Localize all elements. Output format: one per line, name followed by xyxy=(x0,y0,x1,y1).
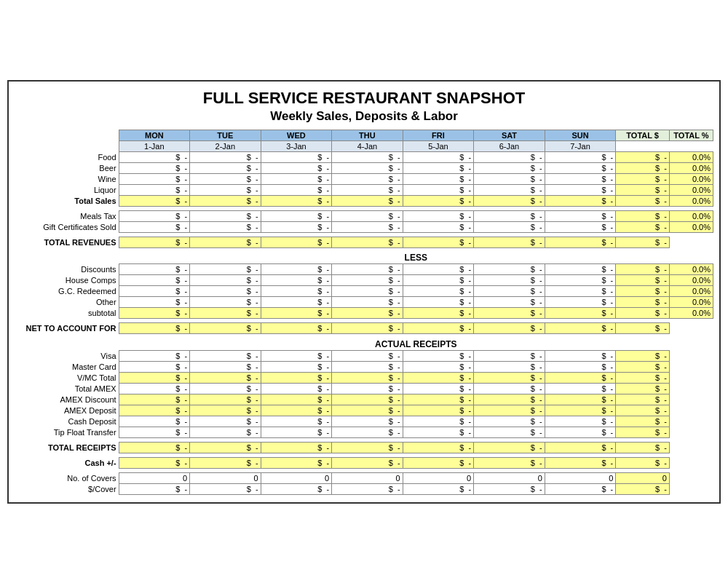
cov-sat[interactable]: 0 xyxy=(474,472,545,483)
tf-sun[interactable]: $ - xyxy=(545,427,616,437)
beer-thu[interactable]: $ - xyxy=(332,162,403,173)
gc-thu[interactable]: $ - xyxy=(332,221,403,232)
liquor-wed[interactable]: $ - xyxy=(261,184,332,195)
beer-tue[interactable]: $ - xyxy=(190,162,261,173)
disc-tue[interactable]: $ - xyxy=(190,264,261,275)
hc-sat[interactable]: $ - xyxy=(474,275,545,286)
dc-fri[interactable]: $ - xyxy=(403,483,474,494)
cov-fri[interactable]: 0 xyxy=(403,472,474,483)
gcr-sun[interactable]: $ - xyxy=(545,286,616,297)
mt-sat[interactable]: $ - xyxy=(474,210,545,221)
wine-wed[interactable]: $ - xyxy=(261,173,332,184)
hc-thu[interactable]: $ - xyxy=(332,275,403,286)
food-wed[interactable]: $ - xyxy=(261,151,332,162)
cov-thu[interactable]: 0 xyxy=(332,472,403,483)
food-sat[interactable]: $ - xyxy=(474,151,545,162)
oth-mon[interactable]: $ - xyxy=(119,297,190,308)
wine-sun[interactable]: $ - xyxy=(545,173,616,184)
liquor-tue[interactable]: $ - xyxy=(190,184,261,195)
cov-sun[interactable]: 0 xyxy=(545,472,616,483)
mc-fri[interactable]: $ - xyxy=(403,361,474,372)
cd-thu[interactable]: $ - xyxy=(332,416,403,427)
hc-mon[interactable]: $ - xyxy=(119,275,190,286)
mc-wed[interactable]: $ - xyxy=(261,361,332,372)
mt-sun[interactable]: $ - xyxy=(545,210,616,221)
visa-wed[interactable]: $ - xyxy=(261,350,332,361)
gcr-thu[interactable]: $ - xyxy=(332,286,403,297)
oth-thu[interactable]: $ - xyxy=(332,297,403,308)
mt-wed[interactable]: $ - xyxy=(261,210,332,221)
cd-mon[interactable]: $ - xyxy=(119,416,190,427)
hc-fri[interactable]: $ - xyxy=(403,275,474,286)
mt-fri[interactable]: $ - xyxy=(403,210,474,221)
disc-mon[interactable]: $ - xyxy=(119,264,190,275)
wine-mon[interactable]: $ - xyxy=(119,173,190,184)
dc-mon[interactable]: $ - xyxy=(119,483,190,494)
tf-thu[interactable]: $ - xyxy=(332,427,403,437)
mc-sun[interactable]: $ - xyxy=(545,361,616,372)
amex-wed[interactable]: $ - xyxy=(261,383,332,394)
liquor-fri[interactable]: $ - xyxy=(403,184,474,195)
hc-wed[interactable]: $ - xyxy=(261,275,332,286)
hc-sun[interactable]: $ - xyxy=(545,275,616,286)
wine-tue[interactable]: $ - xyxy=(190,173,261,184)
cd-tue[interactable]: $ - xyxy=(190,416,261,427)
disc-fri[interactable]: $ - xyxy=(403,264,474,275)
beer-sat[interactable]: $ - xyxy=(474,162,545,173)
liquor-sat[interactable]: $ - xyxy=(474,184,545,195)
gc-tue[interactable]: $ - xyxy=(190,221,261,232)
cd-wed[interactable]: $ - xyxy=(261,416,332,427)
dc-thu[interactable]: $ - xyxy=(332,483,403,494)
disc-thu[interactable]: $ - xyxy=(332,264,403,275)
gc-sat[interactable]: $ - xyxy=(474,221,545,232)
beer-wed[interactable]: $ - xyxy=(261,162,332,173)
cov-tue[interactable]: 0 xyxy=(190,472,261,483)
gc-fri[interactable]: $ - xyxy=(403,221,474,232)
cd-fri[interactable]: $ - xyxy=(403,416,474,427)
cd-sat[interactable]: $ - xyxy=(474,416,545,427)
mt-thu[interactable]: $ - xyxy=(332,210,403,221)
liquor-thu[interactable]: $ - xyxy=(332,184,403,195)
cov-wed[interactable]: 0 xyxy=(261,472,332,483)
dc-wed[interactable]: $ - xyxy=(261,483,332,494)
tf-sat[interactable]: $ - xyxy=(474,427,545,437)
visa-sun[interactable]: $ - xyxy=(545,350,616,361)
gc-mon[interactable]: $ - xyxy=(119,221,190,232)
gcr-sat[interactable]: $ - xyxy=(474,286,545,297)
tf-fri[interactable]: $ - xyxy=(403,427,474,437)
food-fri[interactable]: $ - xyxy=(403,151,474,162)
gcr-tue[interactable]: $ - xyxy=(190,286,261,297)
oth-tue[interactable]: $ - xyxy=(190,297,261,308)
food-sun[interactable]: $ - xyxy=(545,151,616,162)
amex-sun[interactable]: $ - xyxy=(545,383,616,394)
oth-fri[interactable]: $ - xyxy=(403,297,474,308)
wine-fri[interactable]: $ - xyxy=(403,173,474,184)
visa-fri[interactable]: $ - xyxy=(403,350,474,361)
tf-mon[interactable]: $ - xyxy=(119,427,190,437)
mc-thu[interactable]: $ - xyxy=(332,361,403,372)
visa-mon[interactable]: $ - xyxy=(119,350,190,361)
gc-sun[interactable]: $ - xyxy=(545,221,616,232)
mc-sat[interactable]: $ - xyxy=(474,361,545,372)
tf-tue[interactable]: $ - xyxy=(190,427,261,437)
oth-wed[interactable]: $ - xyxy=(261,297,332,308)
amex-sat[interactable]: $ - xyxy=(474,383,545,394)
hc-tue[interactable]: $ - xyxy=(190,275,261,286)
visa-sat[interactable]: $ - xyxy=(474,350,545,361)
amex-thu[interactable]: $ - xyxy=(332,383,403,394)
gcr-fri[interactable]: $ - xyxy=(403,286,474,297)
wine-thu[interactable]: $ - xyxy=(332,173,403,184)
beer-mon[interactable]: $ - xyxy=(119,162,190,173)
mt-tue[interactable]: $ - xyxy=(190,210,261,221)
cd-sun[interactable]: $ - xyxy=(545,416,616,427)
gcr-mon[interactable]: $ - xyxy=(119,286,190,297)
oth-sat[interactable]: $ - xyxy=(474,297,545,308)
visa-tue[interactable]: $ - xyxy=(190,350,261,361)
visa-thu[interactable]: $ - xyxy=(332,350,403,361)
dc-sun[interactable]: $ - xyxy=(545,483,616,494)
food-thu[interactable]: $ - xyxy=(332,151,403,162)
disc-sun[interactable]: $ - xyxy=(545,264,616,275)
disc-wed[interactable]: $ - xyxy=(261,264,332,275)
mt-mon[interactable]: $ - xyxy=(119,210,190,221)
gc-wed[interactable]: $ - xyxy=(261,221,332,232)
